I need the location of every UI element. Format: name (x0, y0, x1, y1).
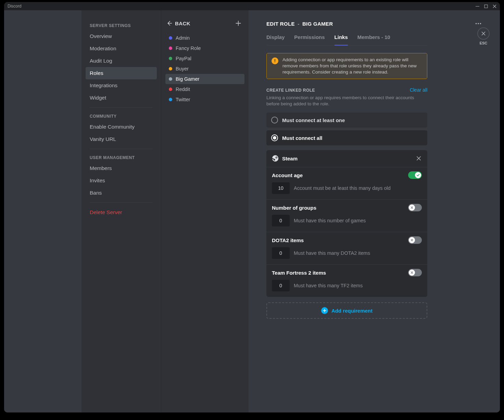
sidebar-item-label: Enable Community (90, 124, 135, 130)
role-item-buyer[interactable]: Buyer (165, 64, 244, 74)
account-age-input[interactable] (272, 182, 290, 194)
sidebar-item-members[interactable]: Members (86, 162, 157, 174)
radio-connect-all[interactable]: Must connect all (266, 130, 427, 145)
tab-label: Members - 10 (357, 34, 390, 40)
role-item-label: Admin (176, 35, 190, 41)
req-row-tf2: Team Fortress 2 items Must have this man… (266, 264, 427, 297)
window-controls (476, 4, 496, 8)
maximize-icon[interactable] (484, 4, 488, 8)
radio-connect-at-least-one[interactable]: Must connect at least one (266, 113, 427, 128)
back-button[interactable]: BACK (166, 20, 190, 26)
svg-point-2 (476, 23, 477, 24)
role-list-column: BACK AdminFancy RolePayPalBuyerBig Gamer… (161, 10, 249, 412)
tf2-input[interactable] (272, 280, 290, 291)
role-item-label: Fancy Role (176, 45, 201, 51)
tab-display[interactable]: Display (266, 34, 285, 45)
minimize-icon[interactable] (476, 4, 479, 8)
role-item-admin[interactable]: Admin (165, 33, 244, 43)
radio-icon (271, 134, 278, 141)
page-title: EDIT ROLE - BIG GAMER (266, 21, 333, 27)
window-title: Discord (8, 4, 22, 9)
sidebar-item-integrations[interactable]: Integrations (86, 79, 157, 92)
toggle-account-age[interactable] (408, 171, 422, 179)
toggle-dota2[interactable] (408, 236, 422, 244)
add-requirement-label: Add requirement (331, 308, 373, 314)
add-requirement-button[interactable]: Add requirement (266, 302, 427, 319)
role-color-dot (169, 98, 172, 101)
sidebar-item-label: Bans (90, 190, 102, 196)
role-item-reddit[interactable]: Reddit (165, 84, 244, 94)
tab-permissions[interactable]: Permissions (294, 34, 325, 45)
sidebar-item-label: Overview (90, 33, 112, 39)
sidebar-item-overview[interactable]: Overview (86, 30, 157, 42)
toggle-knob (409, 205, 415, 211)
sidebar-heading-server-settings: SERVER SETTINGS (86, 21, 157, 30)
role-item-paypal[interactable]: PayPal (165, 53, 244, 64)
sidebar-item-label: Members (90, 165, 112, 171)
plus-circle-icon (321, 307, 328, 314)
dota2-input[interactable] (272, 247, 290, 259)
role-item-fancy-role[interactable]: Fancy Role (165, 43, 244, 53)
toggle-tf2[interactable] (408, 269, 422, 276)
tab-links[interactable]: Links (335, 34, 348, 45)
req-label: Account age (272, 172, 303, 178)
groups-input[interactable] (272, 215, 290, 226)
role-color-dot (169, 36, 172, 40)
requirement-card-steam: Steam Account age (266, 150, 427, 297)
sidebar-item-label: Moderation (90, 45, 116, 51)
sidebar-divider (90, 107, 153, 108)
svg-rect-0 (476, 6, 479, 6)
sidebar-item-bans[interactable]: Bans (86, 187, 157, 199)
back-label: BACK (175, 21, 190, 26)
warning-notice: ! Adding connection or app requirements … (266, 53, 427, 79)
req-desc: Must have this many DOTA2 items (294, 250, 370, 256)
sidebar-item-invites[interactable]: Invites (86, 174, 157, 187)
role-color-dot (169, 57, 172, 60)
role-color-dot (169, 77, 172, 81)
req-label: DOTA2 items (272, 237, 304, 243)
title-prefix: EDIT ROLE (266, 21, 295, 27)
role-editor-main: ESC EDIT ROLE - BIG GAMER Display Permis… (249, 10, 500, 412)
close-button[interactable] (477, 27, 490, 40)
toggle-knob (409, 270, 415, 276)
sidebar-item-widget[interactable]: Widget (86, 92, 157, 104)
sidebar-item-label: Integrations (90, 82, 117, 88)
add-role-button[interactable] (235, 20, 242, 27)
role-color-dot (169, 88, 172, 91)
sidebar-item-vanity-url[interactable]: Vanity URL (86, 133, 157, 145)
warning-icon: ! (272, 57, 278, 64)
sidebar-item-audit-log[interactable]: Audit Log (86, 55, 157, 67)
tab-label: Permissions (294, 34, 325, 40)
close-window-icon[interactable] (493, 4, 496, 8)
req-row-dota2: DOTA2 items Must have this many DOTA2 it… (266, 232, 427, 264)
req-desc: Must have this many TF2 items (294, 283, 363, 288)
sidebar-item-label: Audit Log (90, 58, 112, 64)
remove-requirement-button[interactable] (416, 155, 422, 161)
section-subtext: Linking a connection or app requires mem… (266, 95, 427, 107)
tab-label: Links (335, 34, 348, 40)
sidebar-item-label: Widget (90, 95, 106, 101)
sidebar-item-delete-server[interactable]: Delete Server (86, 206, 157, 219)
esc-label: ESC (480, 41, 488, 45)
sidebar-item-moderation[interactable]: Moderation (86, 42, 157, 55)
tab-members[interactable]: Members - 10 (357, 34, 390, 45)
sidebar-item-label: Vanity URL (90, 136, 116, 142)
role-item-label: Buyer (176, 66, 189, 71)
role-item-label: Reddit (176, 87, 190, 92)
role-item-label: Big Gamer (176, 76, 199, 82)
req-row-account-age: Account age Account must be at least thi… (266, 167, 427, 199)
role-item-big-gamer[interactable]: Big Gamer (165, 74, 244, 84)
title-separator: - (298, 21, 299, 27)
role-color-dot (169, 67, 172, 70)
svg-point-4 (480, 23, 481, 24)
sidebar-item-enable-community[interactable]: Enable Community (86, 121, 157, 133)
sidebar-item-label: Roles (90, 70, 103, 76)
toggle-knob (409, 237, 415, 243)
role-item-twitter[interactable]: Twitter (165, 94, 244, 105)
clear-all-link[interactable]: Clear all (410, 87, 427, 93)
sidebar-item-roles[interactable]: Roles (86, 67, 157, 79)
more-options-icon[interactable] (475, 20, 482, 27)
sidebar-item-label: Delete Server (90, 209, 122, 215)
toggle-groups[interactable] (408, 204, 422, 211)
svg-point-7 (276, 157, 277, 158)
